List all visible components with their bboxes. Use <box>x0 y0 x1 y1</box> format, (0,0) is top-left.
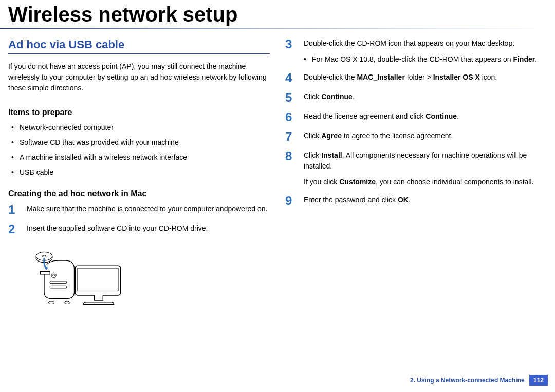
step-number: 1 <box>8 203 20 216</box>
svg-point-3 <box>64 301 70 304</box>
text: . <box>535 55 537 63</box>
creating-heading: Creating the ad hoc network in Mac <box>8 189 270 198</box>
prepare-list: Network-connected computer Software CD t… <box>11 122 270 178</box>
bold: Continue <box>425 112 457 120</box>
title-rule <box>0 28 555 29</box>
section-intro: If you do not have an access point (AP),… <box>8 61 270 94</box>
list-item: A machine installed with a wireless netw… <box>11 152 270 163</box>
bold: Installer OS X <box>433 73 480 81</box>
text: , you can choose individual components t… <box>376 178 533 186</box>
text: Click <box>304 132 321 140</box>
text: . <box>353 92 355 101</box>
text: to agree to the license agreement. <box>342 132 453 140</box>
step-item: 3 Double-click the CD-ROM icon that appe… <box>285 38 547 65</box>
steps-right: 3 Double-click the CD-ROM icon that appe… <box>285 38 547 207</box>
bold: OK <box>398 196 409 204</box>
step-item: 2 Insert the supplied software CD into y… <box>8 223 270 235</box>
svg-point-1 <box>42 255 46 257</box>
step-text: Insert the supplied software CD into you… <box>27 223 270 234</box>
text: Double-click the <box>304 73 357 81</box>
text: folder > <box>405 73 433 81</box>
right-column: 3 Double-click the CD-ROM icon that appe… <box>285 38 547 316</box>
step-item: 6 Read the license agreement and click C… <box>285 111 547 123</box>
list-item: Network-connected computer <box>11 122 270 133</box>
step-text: Make sure that the machine is connected … <box>27 203 270 214</box>
step-text-main: Double-click the CD-ROM icon that appear… <box>304 39 514 47</box>
text: If you click <box>304 178 339 186</box>
step-text: Double-click the MAC_Installer folder > … <box>304 72 547 83</box>
text: Click <box>304 151 321 159</box>
text: Read the license agreement and click <box>304 112 425 120</box>
content-columns: Ad hoc via USB cable If you do not have … <box>0 38 555 316</box>
step-text: Read the license agreement and click Con… <box>304 111 547 122</box>
page-footer: 2. Using a Network-connected Machine 112 <box>410 375 548 386</box>
chapter-label: 2. Using a Network-connected Machine <box>410 377 525 384</box>
text: . <box>457 112 459 120</box>
step-text: Enter the password and click OK. <box>304 195 547 206</box>
step-sub-bullet: For Mac OS X 10.8, double-click the CD-R… <box>304 54 547 65</box>
cd-computer-illustration <box>29 248 126 314</box>
step-number: 8 <box>285 150 297 162</box>
page-number: 112 <box>529 375 548 386</box>
step-text: Click Agree to agree to the license agre… <box>304 130 547 141</box>
bold: Customize <box>339 178 376 186</box>
list-item: USB cable <box>11 167 270 178</box>
step-item: 9 Enter the password and click OK. <box>285 195 547 207</box>
bold: Install <box>321 151 342 159</box>
list-item: Software CD that was provided with your … <box>11 137 270 148</box>
text: Click <box>304 92 321 101</box>
steps-left: 1 Make sure that the machine is connecte… <box>8 203 270 235</box>
step-item: 5 Click Continue. <box>285 91 547 104</box>
step-text: Click Install. All components necessary … <box>304 150 547 188</box>
step-item: 4 Double-click the MAC_Installer folder … <box>285 72 547 84</box>
step-note: If you click Customize, you can choose i… <box>304 177 547 188</box>
bold: Finder <box>513 55 535 63</box>
step-number: 3 <box>285 38 297 50</box>
svg-point-2 <box>48 301 54 304</box>
section-heading: Ad hoc via USB cable <box>8 38 270 54</box>
step-text: Click Continue. <box>304 91 547 102</box>
text: For Mac OS X 10.8, double-click the CD-R… <box>312 55 513 63</box>
step-number: 7 <box>285 130 297 143</box>
step-number: 4 <box>285 72 297 84</box>
text: . <box>409 196 411 204</box>
step-item: 1 Make sure that the machine is connecte… <box>8 203 270 216</box>
left-column: Ad hoc via USB cable If you do not have … <box>8 38 270 316</box>
bold: Agree <box>321 132 342 140</box>
step-number: 9 <box>285 195 297 207</box>
text: icon. <box>480 73 497 81</box>
page-title: Wireless network setup <box>0 0 555 28</box>
step-text: Double-click the CD-ROM icon that appear… <box>304 38 547 65</box>
step-number: 6 <box>285 111 297 123</box>
svg-rect-9 <box>78 268 118 291</box>
prepare-heading: Items to prepare <box>8 108 270 117</box>
step-number: 5 <box>285 91 297 104</box>
bold: Continue <box>321 92 353 101</box>
step-number: 2 <box>8 223 20 235</box>
step-item: 7 Click Agree to agree to the license ag… <box>285 130 547 143</box>
step-item: 8 Click Install. All components necessar… <box>285 150 547 188</box>
text: Enter the password and click <box>304 196 398 204</box>
bold: MAC_Installer <box>357 73 405 81</box>
